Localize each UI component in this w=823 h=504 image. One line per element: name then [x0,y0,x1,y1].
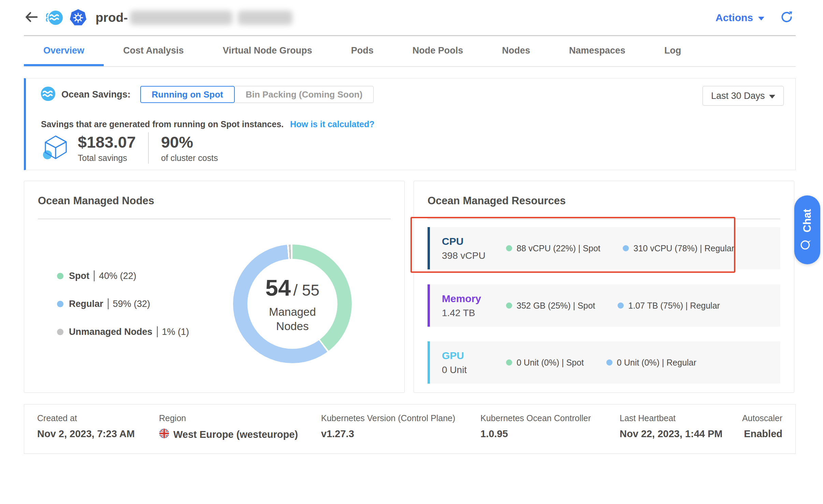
ocean-managed-nodes-card: Ocean Managed Nodes Spot 40% (22) Regula… [24,181,405,393]
donut-count-row: 54 / 55 [265,275,319,301]
top-bar-actions: Actions [716,10,796,25]
total-savings-stat: $183.07 Total savings [78,133,136,163]
cluster-name-redacted [130,11,292,25]
cpu-total: 398 vCPU [442,250,506,261]
savings-stats: $183.07 Total savings 90% of cluster cos… [41,132,218,164]
managed-nodes-donut-chart: 54 / 55 Managed Nodes [233,244,352,363]
k8s-version-column: Kubernetes Version (Control Plane) v1.27… [321,413,455,440]
cpu-accent-bar [428,227,430,269]
cpu-resource-row: CPU 398 vCPU 88 vCPU (22%) | Spot 310 vC… [428,227,780,269]
tab-log[interactable]: Log [645,37,701,66]
top-bar: prod- Actions [24,0,796,36]
spot-dot [506,359,512,366]
tab-nodes[interactable]: Nodes [482,37,550,66]
legend-label: Unmanaged Nodes [69,327,153,337]
tab-virtual-node-groups[interactable]: Virtual Node Groups [203,37,332,66]
legend-value: 1% (1) [162,327,189,337]
ocean-savings-icon [40,86,56,103]
ocean-controller-label: Kubernetes Ocean Controller [480,413,591,423]
donut-caption: Managed Nodes [260,305,325,333]
last-heartbeat-value: Nov 22, 2023, 1:44 PM [620,428,722,440]
created-at-value: Nov 2, 2023, 7:23 AM [37,428,135,440]
legend-label: Spot [69,271,89,281]
gpu-spot-text: 0 Unit (0%) | Spot [517,358,584,368]
tab-bar: Overview Cost Analysis Virtual Node Grou… [24,37,796,67]
memory-stats: 352 GB (25%) | Spot 1.07 TB (75%) | Regu… [506,301,720,311]
chat-button-inner: Chat [800,209,815,251]
managed-count: 54 [265,275,291,301]
gpu-regular-text: 0 Unit (0%) | Regular [617,358,696,368]
chat-button[interactable]: Chat [794,195,820,264]
region-column: Region West Europe (westeurope) [159,413,298,441]
back-button[interactable] [24,11,38,25]
created-at-column: Created at Nov 2, 2023, 7:23 AM [37,413,135,440]
memory-name-block: Memory 1.42 TB [442,293,506,318]
cluster-cost-percent-stat: 90% of cluster costs [161,133,218,163]
memory-spot-stat: 352 GB (25%) | Spot [506,301,595,311]
chat-button-label: Chat [801,209,813,233]
cpu-spot-stat: 88 vCPU (22%) | Spot [506,243,600,253]
refresh-icon [780,10,794,25]
legend-separator [157,326,158,337]
cpu-regular-stat: 310 vCPU (78%) | Regular [623,243,734,253]
gpu-regular-stat: 0 Unit (0%) | Regular [606,358,696,368]
actions-button[interactable]: Actions [716,12,764,24]
cpu-label: CPU [442,236,506,247]
divider [38,219,391,219]
gpu-resource-row: GPU 0 Unit 0 Unit (0%) | Spot 0 Unit (0%… [428,341,780,384]
refresh-button[interactable] [780,10,794,25]
k8s-version-label: Kubernetes Version (Control Plane) [321,413,455,423]
spot-dot [506,302,512,309]
redacted-text-blob [238,11,292,25]
legend-separator [108,298,109,309]
legend-value: 40% (22) [99,271,136,281]
kubernetes-icon [69,9,87,27]
legend-item-spot: Spot 40% (22) [57,270,189,281]
ocean-savings-header-row: Ocean Savings: Running on Spot Bin Packi… [40,86,374,103]
tab-overview[interactable]: Overview [24,37,104,66]
chat-bubble-icon [800,238,815,251]
last-heartbeat-column: Last Heartbeat Nov 22, 2023, 1:44 PM [620,413,722,440]
region-label: Region [159,413,298,423]
managed-nodes-legend: Spot 40% (22) Regular 59% (32) Unmanaged… [57,270,189,337]
cluster-info-bar: Created at Nov 2, 2023, 7:23 AM Region W… [24,404,796,454]
total-savings-value: $183.07 [78,133,136,151]
legend-item-regular: Regular 59% (32) [57,298,189,309]
memory-accent-bar [428,284,430,327]
cluster-cost-percent-value: 90% [161,133,218,151]
spot-legend-dot [57,273,63,279]
memory-regular-text: 1.07 TB (75%) | Regular [628,301,720,311]
total-savings-label: Total savings [78,153,136,163]
uk-flag-icon [159,428,169,441]
redacted-text-blob [130,11,232,25]
managed-nodes-title: Ocean Managed Nodes [38,195,154,207]
ocean-managed-resources-card: Ocean Managed Resources CPU 398 vCPU 88 … [414,181,794,393]
regular-legend-dot [57,301,63,307]
cpu-name-block: CPU 398 vCPU [442,236,506,261]
back-arrow-icon [24,11,38,25]
cpu-regular-text: 310 vCPU (78%) | Regular [633,243,734,253]
tab-cost-analysis[interactable]: Cost Analysis [104,37,203,66]
tab-pods[interactable]: Pods [332,37,393,66]
period-dropdown[interactable]: Last 30 Days [703,86,784,106]
memory-label: Memory [442,293,506,305]
savings-description-text: Savings that are generated from running … [41,119,284,129]
total-count: / 55 [293,281,319,299]
gpu-spot-stat: 0 Unit (0%) | Spot [506,358,584,368]
ocean-savings-label: Ocean Savings: [61,89,131,100]
savings-description: Savings that are generated from running … [41,119,374,129]
tab-namespaces[interactable]: Namespaces [550,37,645,66]
ocean-savings-panel: Ocean Savings: Running on Spot Bin Packi… [24,78,796,170]
memory-total: 1.42 TB [442,308,506,318]
how-calculated-link[interactable]: How is it calculated? [290,119,374,129]
running-on-spot-toggle[interactable]: Running on Spot [140,86,235,103]
gpu-label: GPU [442,350,506,361]
last-heartbeat-label: Last Heartbeat [620,413,722,423]
cpu-spot-text: 88 vCPU (22%) | Spot [517,243,600,253]
bin-packing-toggle[interactable]: Bin Packing (Coming Soon) [235,86,374,103]
donut-center: 54 / 55 Managed Nodes [247,259,337,349]
savings-view-toggle: Running on Spot Bin Packing (Coming Soon… [140,86,374,103]
tab-node-pools[interactable]: Node Pools [393,37,483,66]
ocean-controller-column: Kubernetes Ocean Controller 1.0.95 [480,413,591,440]
cluster-cost-percent-label: of cluster costs [161,153,218,163]
